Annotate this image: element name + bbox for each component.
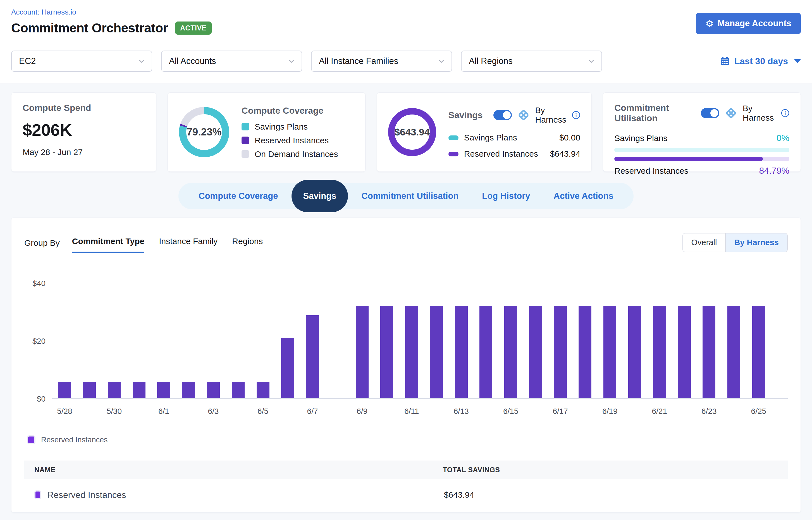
bar[interactable] [58, 382, 71, 398]
group-by-regions[interactable]: Regions [232, 237, 263, 253]
x-axis-tick-label [325, 407, 349, 416]
bar-slot [498, 283, 523, 398]
info-icon[interactable] [781, 109, 789, 117]
bar[interactable] [678, 306, 691, 398]
bar[interactable] [182, 382, 195, 398]
bar[interactable] [356, 306, 369, 398]
bar-slot [102, 283, 127, 398]
bar[interactable] [628, 306, 641, 398]
accounts-dropdown-value: All Accounts [169, 56, 216, 66]
tab-commitment-utilisation[interactable]: Commitment Utilisation [349, 191, 470, 201]
savings-title: Savings [448, 110, 483, 120]
bar[interactable] [380, 306, 393, 398]
service-dropdown[interactable]: EC2 [11, 51, 152, 72]
bar[interactable] [108, 382, 121, 398]
compute-spend-card: Compute Spend $206K May 28 - Jun 27 [11, 93, 156, 172]
bar[interactable] [603, 306, 616, 398]
savings-row-value: $0.00 [559, 133, 580, 142]
tab-compute-coverage[interactable]: Compute Coverage [187, 191, 290, 201]
compute-spend-period: May 28 - Jun 27 [23, 148, 145, 157]
bar[interactable] [579, 306, 592, 398]
bar-slot [573, 283, 598, 398]
bar[interactable] [430, 306, 443, 398]
group-by-commitment-type[interactable]: Commitment Type [72, 237, 145, 253]
section-tabs: Compute CoverageSavingsCommitment Utilis… [178, 183, 633, 209]
compute-spend-value: $206K [23, 120, 145, 140]
x-axis-tick-label [474, 407, 498, 416]
x-axis-tick-label: 6/9 [349, 407, 374, 416]
x-axis-tick-label: 6/19 [598, 407, 622, 416]
legend-swatch [27, 435, 35, 444]
progress-fill [614, 157, 763, 161]
compute-spend-title: Compute Spend [23, 103, 145, 113]
x-axis-tick-label [672, 407, 697, 416]
bar[interactable] [281, 338, 294, 398]
bar[interactable] [727, 306, 740, 398]
bar-slot [399, 283, 424, 398]
view-option-by-harness[interactable]: By Harness [725, 233, 787, 252]
harness-logo-icon [517, 109, 530, 121]
bar[interactable] [479, 306, 492, 398]
bar[interactable] [703, 306, 715, 398]
x-axis-tick-label [77, 407, 102, 416]
chart-legend: Reserved Instances [27, 435, 788, 444]
x-axis-tick-label [127, 407, 151, 416]
bar[interactable] [529, 306, 542, 398]
tab-savings[interactable]: Savings [291, 180, 348, 212]
utilisation-by-harness-toggle[interactable] [701, 108, 719, 118]
bar[interactable] [752, 306, 765, 398]
regions-dropdown[interactable]: All Regions [461, 51, 602, 72]
calendar-icon [720, 56, 730, 66]
bar-slot [374, 283, 399, 398]
x-axis-tick-label [226, 407, 251, 416]
tab-active-actions[interactable]: Active Actions [542, 191, 625, 201]
view-option-overall[interactable]: Overall [683, 233, 726, 252]
service-dropdown-value: EC2 [19, 56, 36, 66]
bar[interactable] [133, 382, 146, 398]
bar[interactable] [455, 306, 468, 398]
bar[interactable] [504, 306, 517, 398]
accounts-dropdown[interactable]: All Accounts [161, 51, 302, 72]
date-range-picker[interactable]: Last 30 days [720, 56, 801, 67]
coverage-legend-item: Reserved Instances [241, 136, 354, 145]
bar[interactable] [83, 382, 96, 398]
reserved-instances-progress-bar [614, 157, 789, 161]
bar-slot [275, 283, 300, 398]
bar-slot [424, 283, 449, 398]
x-axis-tick-label [622, 407, 647, 416]
x-axis-tick-label: 6/21 [647, 407, 672, 416]
bar[interactable] [207, 382, 220, 398]
table-column-header: NAME [24, 466, 433, 474]
bar-slot [201, 283, 226, 398]
x-axis-tick-label [374, 407, 399, 416]
utilisation-by-harness-label: By Harness [743, 104, 776, 123]
chevron-down-icon [439, 59, 444, 63]
savings-by-harness-label: By Harness [535, 106, 567, 125]
account-breadcrumb-link[interactable]: Account: Harness.io [11, 8, 212, 17]
info-icon[interactable] [572, 111, 580, 119]
utilisation-row-label: Reserved Instances84.79% [614, 165, 789, 176]
chevron-down-icon [139, 59, 145, 63]
group-by-instance-family[interactable]: Instance Family [159, 237, 217, 253]
tab-log-history[interactable]: Log History [470, 191, 542, 201]
savings-row-value: $643.94 [550, 149, 580, 159]
bar[interactable] [405, 306, 418, 398]
table-row-name: Reserved Instances [47, 490, 126, 500]
coverage-donut-chart: 79.23% [179, 107, 229, 157]
table-row[interactable]: Reserved Instances$643.94 [24, 479, 788, 511]
legend-swatch [241, 150, 249, 158]
bar[interactable] [232, 382, 244, 398]
bar-slot [226, 283, 251, 398]
bar[interactable] [554, 306, 567, 398]
x-axis-tick-label: 6/5 [251, 407, 275, 416]
savings-by-harness-toggle[interactable] [493, 110, 512, 120]
bar[interactable] [257, 382, 269, 398]
bar[interactable] [157, 382, 170, 398]
instance-families-dropdown[interactable]: All Instance Families [311, 51, 452, 72]
savings-table: NAMETOTAL SAVINGS Reserved Instances$643… [24, 461, 788, 511]
y-axis: $0$20$40 [24, 283, 52, 399]
bar[interactable] [653, 306, 666, 398]
bar[interactable] [306, 315, 319, 398]
x-axis-tick-label [424, 407, 449, 416]
manage-accounts-button[interactable]: ⚙ Manage Accounts [696, 13, 801, 34]
